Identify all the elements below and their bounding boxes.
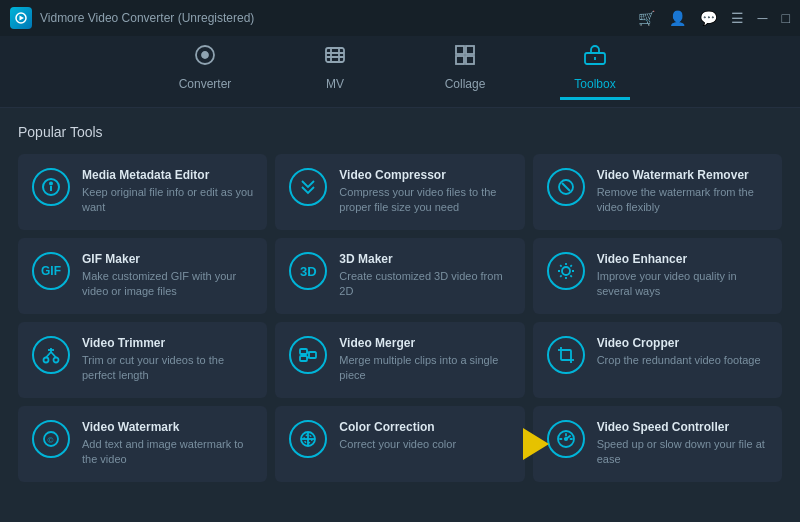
svg-rect-32	[300, 356, 307, 361]
svg-rect-7	[456, 56, 464, 64]
video-cropper-icon	[547, 336, 585, 374]
video-trimmer-info: Video Trimmer Trim or cut your videos to…	[82, 336, 253, 384]
video-compressor-icon	[289, 168, 327, 206]
tab-toolbox[interactable]: Toolbox	[560, 43, 630, 100]
tool-video-cropper[interactable]: Video Cropper Crop the redundant video f…	[533, 322, 782, 398]
title-bar: Vidmore Video Converter (Unregistered) 🛒…	[0, 0, 800, 36]
tool-video-compressor[interactable]: Video Compressor Compress your video fil…	[275, 154, 524, 230]
video-merger-info: Video Merger Merge multiple clips into a…	[339, 336, 510, 384]
tool-video-watermark[interactable]: © Video Watermark Add text and image wat…	[18, 406, 267, 482]
watermark-remover-desc: Remove the watermark from the video flex…	[597, 185, 768, 216]
color-correction-icon	[289, 420, 327, 458]
main-content: Popular Tools Media Metadata Editor Keep…	[0, 108, 800, 498]
svg-rect-8	[466, 56, 474, 64]
video-enhancer-name: Video Enhancer	[597, 252, 768, 266]
svg-line-21	[560, 265, 561, 266]
feedback-icon[interactable]: 💬	[700, 10, 717, 26]
svg-line-35	[307, 357, 309, 359]
video-enhancer-desc: Improve your video quality in several wa…	[597, 269, 768, 300]
svg-text:©: ©	[48, 436, 54, 445]
tab-converter[interactable]: Converter	[170, 43, 240, 100]
app-title: Vidmore Video Converter (Unregistered)	[40, 11, 254, 25]
svg-rect-33	[309, 352, 316, 358]
maximize-icon[interactable]: □	[782, 10, 790, 26]
video-watermark-info: Video Watermark Add text and image water…	[82, 420, 253, 468]
tool-color-correction[interactable]: Color Correction Correct your video colo…	[275, 406, 524, 482]
gif-maker-desc: Make customized GIF with your video or i…	[82, 269, 253, 300]
tool-video-merger[interactable]: Video Merger Merge multiple clips into a…	[275, 322, 524, 398]
video-watermark-icon: ©	[32, 420, 70, 458]
video-speed-controller-info: Video Speed Controller Speed up or slow …	[597, 420, 768, 468]
svg-point-16	[562, 267, 570, 275]
gif-maker-icon: GIF	[32, 252, 70, 290]
video-enhancer-icon	[547, 252, 585, 290]
svg-rect-5	[456, 46, 464, 54]
media-metadata-icon	[32, 168, 70, 206]
tools-grid: Media Metadata Editor Keep original file…	[18, 154, 782, 482]
video-watermark-desc: Add text and image watermark to the vide…	[82, 437, 253, 468]
svg-line-28	[51, 352, 56, 358]
tool-gif-maker[interactable]: GIF GIF Maker Make customized GIF with y…	[18, 238, 267, 314]
svg-line-22	[570, 275, 571, 276]
video-trimmer-icon	[32, 336, 70, 374]
app-logo	[10, 7, 32, 29]
tab-converter-label: Converter	[179, 77, 232, 91]
3d-maker-name: 3D Maker	[339, 252, 510, 266]
svg-point-3	[202, 52, 208, 58]
tab-mv-label: MV	[326, 77, 344, 91]
video-trimmer-name: Video Trimmer	[82, 336, 253, 350]
tool-media-metadata[interactable]: Media Metadata Editor Keep original file…	[18, 154, 267, 230]
svg-rect-6	[466, 46, 474, 54]
video-merger-desc: Merge multiple clips into a single piece	[339, 353, 510, 384]
svg-line-34	[307, 352, 309, 354]
svg-marker-1	[20, 16, 25, 21]
svg-rect-36	[561, 350, 571, 360]
tab-mv[interactable]: MV	[300, 43, 370, 100]
menu-icon[interactable]: ☰	[731, 10, 744, 26]
svg-point-25	[44, 358, 49, 363]
tool-watermark-remover[interactable]: Video Watermark Remover Remove the water…	[533, 154, 782, 230]
watermark-remover-icon	[547, 168, 585, 206]
svg-rect-31	[300, 349, 307, 354]
svg-point-26	[54, 358, 59, 363]
nav-tabs: Converter MV Collage	[0, 36, 800, 108]
minimize-icon[interactable]: ─	[758, 10, 768, 26]
cart-icon[interactable]: 🛒	[638, 10, 655, 26]
svg-line-24	[560, 275, 561, 276]
svg-line-15	[562, 183, 570, 191]
video-cropper-info: Video Cropper Crop the redundant video f…	[597, 336, 768, 368]
svg-line-23	[570, 265, 571, 266]
3d-maker-icon: 3D	[289, 252, 327, 290]
3d-maker-desc: Create customized 3D video from 2D	[339, 269, 510, 300]
video-compressor-desc: Compress your video files to the proper …	[339, 185, 510, 216]
video-speed-controller-name: Video Speed Controller	[597, 420, 768, 434]
video-trimmer-desc: Trim or cut your videos to the perfect l…	[82, 353, 253, 384]
svg-point-47	[564, 438, 566, 440]
user-icon[interactable]: 👤	[669, 10, 686, 26]
color-correction-desc: Correct your video color	[339, 437, 510, 452]
video-compressor-name: Video Compressor	[339, 168, 510, 182]
tab-collage[interactable]: Collage	[430, 43, 500, 100]
converter-icon	[193, 43, 217, 73]
video-merger-name: Video Merger	[339, 336, 510, 350]
video-enhancer-info: Video Enhancer Improve your video qualit…	[597, 252, 768, 300]
svg-line-27	[46, 352, 51, 358]
gif-maker-name: GIF Maker	[82, 252, 253, 266]
media-metadata-desc: Keep original file info or edit as you w…	[82, 185, 253, 216]
svg-point-13	[50, 183, 52, 185]
yellow-arrow-indicator	[523, 428, 549, 460]
tool-3d-maker[interactable]: 3D 3D Maker Create customized 3D video f…	[275, 238, 524, 314]
video-speed-controller-desc: Speed up or slow down your file at ease	[597, 437, 768, 468]
video-watermark-name: Video Watermark	[82, 420, 253, 434]
tool-video-trimmer[interactable]: Video Trimmer Trim or cut your videos to…	[18, 322, 267, 398]
color-correction-info: Color Correction Correct your video colo…	[339, 420, 510, 452]
mv-icon	[323, 43, 347, 73]
watermark-remover-name: Video Watermark Remover	[597, 168, 768, 182]
gif-maker-info: GIF Maker Make customized GIF with your …	[82, 252, 253, 300]
3d-maker-info: 3D Maker Create customized 3D video from…	[339, 252, 510, 300]
tool-video-enhancer[interactable]: Video Enhancer Improve your video qualit…	[533, 238, 782, 314]
media-metadata-info: Media Metadata Editor Keep original file…	[82, 168, 253, 216]
toolbox-icon	[583, 43, 607, 73]
tool-video-speed-controller[interactable]: Video Speed Controller Speed up or slow …	[533, 406, 782, 482]
video-cropper-desc: Crop the redundant video footage	[597, 353, 768, 368]
